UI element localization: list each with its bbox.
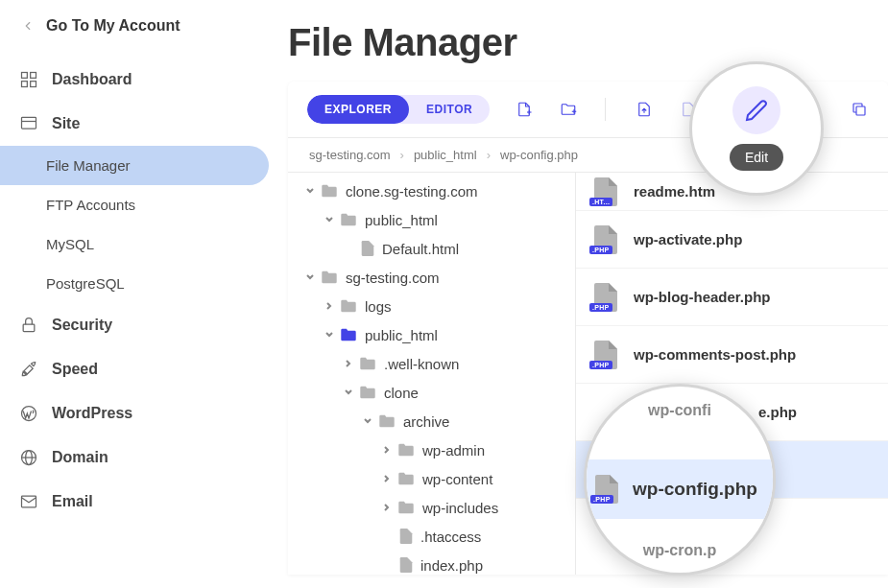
chevron-right-icon: › <box>487 148 491 162</box>
chevron-right-icon <box>382 503 392 512</box>
tree-label: Default.html <box>382 241 459 257</box>
tree-file[interactable]: Default.html <box>288 234 575 263</box>
tree-label: public_html <box>365 212 438 228</box>
file-type-icon: .PHP <box>593 225 618 254</box>
folder-icon <box>321 184 338 198</box>
nav-site[interactable]: Site <box>0 102 269 146</box>
dashboard-icon <box>19 70 38 89</box>
chevron-down-icon <box>363 416 372 426</box>
svg-rect-1 <box>31 73 36 79</box>
new-file-icon[interactable] <box>515 100 534 119</box>
nav-security[interactable]: Security <box>0 303 269 347</box>
tree-folder[interactable]: .well-known <box>288 349 575 378</box>
tree-file[interactable]: index.php <box>288 551 575 575</box>
explorer-tab[interactable]: EXPLORER <box>307 95 409 124</box>
tree-label: .well-known <box>384 356 459 372</box>
svg-rect-6 <box>23 324 35 332</box>
file-type-icon: .PHP <box>593 341 618 369</box>
chevron-down-icon <box>344 388 353 397</box>
chevron-right-icon <box>344 359 353 368</box>
edit-button[interactable] <box>732 86 780 134</box>
selected-file-highlight: .PHP wp-config.php <box>587 459 773 519</box>
tree-label: wp-admin <box>422 442 485 459</box>
badge: .PHP <box>589 303 612 312</box>
breadcrumb-item[interactable]: sg-testing.com <box>309 148 391 162</box>
svg-rect-11 <box>22 496 36 507</box>
rocket-icon <box>19 360 38 379</box>
tree-folder[interactable]: wp-admin <box>288 435 575 464</box>
wordpress-icon <box>19 404 38 423</box>
tree-folder[interactable]: clone.sg-testing.com <box>288 176 575 205</box>
nav-domain[interactable]: Domain <box>0 435 269 480</box>
nav-label: Security <box>52 317 112 334</box>
tree-label: wp-includes <box>422 500 498 516</box>
tree-folder[interactable]: archive <box>288 407 575 435</box>
pencil-icon <box>745 99 768 122</box>
view-toggle: EXPLORER EDITOR <box>307 95 490 124</box>
nav-label: Speed <box>52 361 98 378</box>
toolbar-separator <box>605 98 606 121</box>
back-to-account-link[interactable]: Go To My Account <box>0 17 269 58</box>
nav-email[interactable]: Email <box>0 480 269 524</box>
nav-label: Dashboard <box>52 71 132 88</box>
tree-label: .htaccess <box>420 529 481 545</box>
tree-folder[interactable]: logs <box>288 292 575 320</box>
tree-label: logs <box>365 298 392 315</box>
file-icon <box>399 529 413 544</box>
svg-rect-16 <box>856 106 865 115</box>
svg-rect-3 <box>31 82 36 87</box>
back-link-label: Go To My Account <box>46 17 180 35</box>
arrow-left-icon <box>19 19 36 33</box>
tab-label: EXPLORER <box>324 103 392 116</box>
nav-file-manager[interactable]: File Manager <box>0 146 269 185</box>
tree-folder[interactable]: wp-content <box>288 464 575 493</box>
page-title: File Manager <box>288 0 888 82</box>
nav-mysql[interactable]: MySQL <box>0 224 269 264</box>
nav-postgresql[interactable]: PostgreSQL <box>0 264 269 303</box>
tree-label: wp-content <box>422 471 492 487</box>
tree-label: clone <box>384 385 419 401</box>
folder-icon <box>359 386 376 399</box>
tree-file[interactable]: .htaccess <box>288 522 575 551</box>
tree-label: public_html <box>365 327 438 343</box>
upload-icon[interactable] <box>635 100 654 119</box>
svg-rect-0 <box>22 73 28 79</box>
editor-tab[interactable]: EDITOR <box>409 95 490 124</box>
tree-folder[interactable]: public_html <box>288 320 575 349</box>
tree-label: clone.sg-testing.com <box>346 183 478 200</box>
tree-folder[interactable]: wp-includes <box>288 493 575 522</box>
panes: clone.sg-testing.com public_html Default… <box>288 172 888 575</box>
badge: .PHP <box>590 495 613 504</box>
new-folder-icon[interactable] <box>559 100 578 119</box>
nav-label: Site <box>52 115 80 132</box>
chevron-right-icon: › <box>400 148 404 162</box>
nav-wordpress[interactable]: WordPress <box>0 391 269 435</box>
file-icon <box>399 557 413 573</box>
tree-folder[interactable]: sg-testing.com <box>288 263 575 292</box>
folder-icon <box>397 472 415 485</box>
globe-icon <box>19 448 38 467</box>
chevron-right-icon <box>382 445 392 455</box>
chevron-right-icon <box>324 301 334 311</box>
file-row[interactable]: .PHPwp-activate.php <box>576 211 888 269</box>
file-row[interactable]: .PHPwp-blog-header.php <box>576 269 888 326</box>
folder-icon <box>359 357 376 370</box>
nav-speed[interactable]: Speed <box>0 347 269 391</box>
nav-ftp-accounts[interactable]: FTP Accounts <box>0 185 269 224</box>
nav-sub-label: FTP Accounts <box>46 197 135 213</box>
nav-dashboard[interactable]: Dashboard <box>0 58 269 102</box>
tree-folder[interactable]: clone <box>288 378 575 407</box>
tree-folder[interactable]: public_html <box>288 205 575 234</box>
file-row[interactable]: .PHPwp-comments-post.php <box>576 326 888 384</box>
folder-icon <box>321 270 338 284</box>
file-name: wp-comments-post.php <box>634 346 796 363</box>
folder-icon <box>397 501 415 514</box>
breadcrumb-item[interactable]: wp-config.php <box>500 148 578 162</box>
lock-icon <box>19 316 38 335</box>
folder-icon <box>340 299 357 313</box>
copy-icon[interactable] <box>850 100 869 119</box>
svg-rect-2 <box>22 82 28 87</box>
chevron-down-icon <box>324 330 334 340</box>
breadcrumb-item[interactable]: public_html <box>414 148 477 162</box>
edit-tooltip: Edit <box>730 144 783 171</box>
